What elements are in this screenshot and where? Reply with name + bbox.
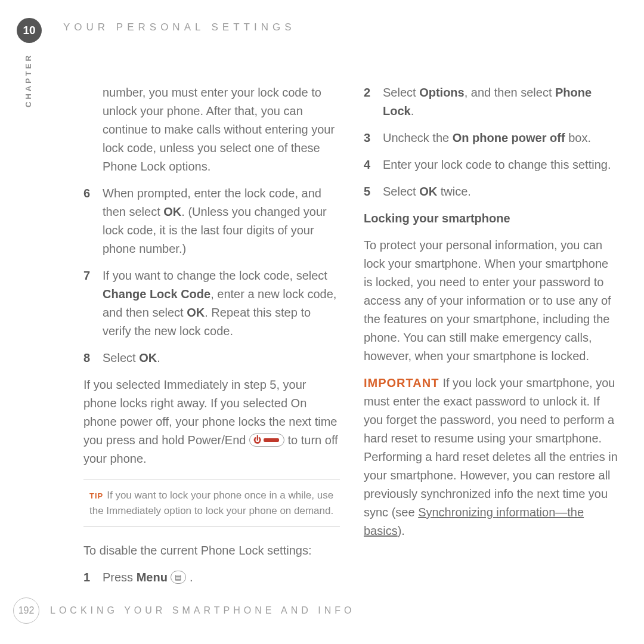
right-column: 2 Select Options, and then select Phone … (364, 83, 620, 595)
tip-label: TIP (89, 491, 103, 500)
text: . (411, 104, 414, 117)
important-label: IMPORTANT (364, 376, 439, 389)
step-text: If you want to change the lock code, sel… (103, 267, 340, 340)
chapter-side-label: CHAPTER (24, 53, 33, 107)
left-ordered-list-2: 1 Press Menu ▤ . (83, 568, 340, 587)
intro-paragraph: number, you must enter your lock code to… (83, 83, 340, 176)
important-paragraph: IMPORTANTIf you lock your smartphone, yo… (364, 374, 620, 540)
page: 10 YOUR PERSONAL SETTINGS CHAPTER number… (0, 0, 644, 644)
text: If you want to change the lock code, sel… (103, 269, 327, 282)
step-number: 2 (364, 83, 374, 120)
after-steps-paragraph: If you selected Immediately in step 5, y… (83, 376, 340, 468)
step-text: Uncheck the On phone power off box. (383, 129, 620, 147)
page-footer: 192 LOCKING YOUR SMARTPHONE AND INFO (13, 597, 355, 624)
bold: Menu (137, 571, 168, 584)
step-number: 6 (83, 184, 94, 258)
text: twice. (437, 185, 471, 198)
bold: Change Lock Code (103, 287, 210, 301)
tip-text: If you want to lock your phone once in a… (89, 490, 333, 516)
step-4: 4 Enter your lock code to change this se… (364, 156, 620, 174)
text: . (186, 571, 193, 584)
step-text: Select Options, and then select Phone Lo… (383, 83, 620, 120)
text: box. (565, 131, 591, 144)
step-5: 5 Select OK twice. (364, 182, 620, 201)
left-ordered-list: 6 When prompted, enter the lock code, an… (83, 184, 340, 367)
step-2: 2 Select Options, and then select Phone … (364, 83, 620, 120)
step-text: Select OK twice. (383, 182, 620, 201)
step-text: Select OK. (103, 349, 340, 367)
text: Select (103, 351, 139, 364)
bold: OK (187, 306, 205, 319)
bold: OK (419, 185, 437, 198)
running-header: YOUR PERSONAL SETTINGS (63, 21, 296, 33)
step-number: 3 (364, 129, 374, 147)
step-text: Press Menu ▤ . (103, 568, 340, 587)
step-number: 5 (364, 182, 374, 201)
tip-box: TIPIf you want to lock your phone once i… (83, 479, 340, 527)
text: Select (383, 86, 419, 99)
text: , and then select (465, 86, 555, 99)
step-number: 8 (83, 349, 94, 367)
step-number: 4 (364, 156, 374, 174)
page-number: 192 (13, 597, 39, 624)
disable-intro: To disable the current Phone Lock settin… (83, 541, 340, 560)
step-text: When prompted, enter the lock code, and … (103, 184, 340, 258)
step-3: 3 Uncheck the On phone power off box. (364, 129, 620, 147)
subsection-heading: Locking your smartphone (364, 209, 620, 228)
menu-key-icon: ▤ (171, 571, 186, 584)
locking-paragraph: To protect your personal information, yo… (364, 236, 620, 366)
step-8: 8 Select OK. (83, 349, 340, 367)
step-number: 1 (83, 568, 94, 587)
bold: OK (163, 205, 181, 218)
left-column: number, you must enter your lock code to… (83, 83, 340, 595)
bold: OK (139, 351, 157, 364)
chapter-number-badge: 10 (17, 18, 42, 43)
text: Press (103, 571, 137, 584)
step-7: 7 If you want to change the lock code, s… (83, 267, 340, 340)
step-6: 6 When prompted, enter the lock code, an… (83, 184, 340, 258)
step-number: 7 (83, 267, 94, 340)
step-text: Enter your lock code to change this sett… (383, 156, 620, 174)
text: Uncheck the (383, 131, 453, 144)
content-columns: number, you must enter your lock code to… (83, 83, 620, 595)
bold: Options (419, 86, 465, 99)
step-1: 1 Press Menu ▤ . (83, 568, 340, 587)
footer-title: LOCKING YOUR SMARTPHONE AND INFO (50, 605, 355, 616)
text: ). (398, 524, 405, 537)
text: . (157, 351, 160, 364)
power-end-icon: ⏻ (249, 434, 284, 447)
bold: On phone power off (453, 131, 565, 144)
right-ordered-list: 2 Select Options, and then select Phone … (364, 83, 620, 201)
text: If you lock your smartphone, you must en… (364, 376, 618, 519)
text: Select (383, 185, 419, 198)
